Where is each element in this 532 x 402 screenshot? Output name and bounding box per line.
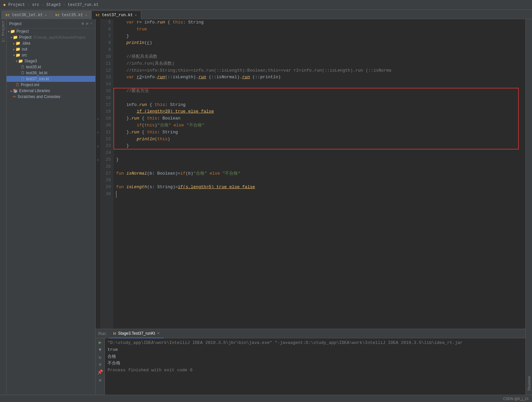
run-tab-icon: kt bbox=[113, 331, 116, 335]
code-line-25: } bbox=[116, 156, 523, 163]
project-panel-icon[interactable]: 1: Project bbox=[1, 20, 5, 42]
tree-item-out[interactable]: ▸ 📁 out bbox=[7, 46, 95, 52]
console-text-6: Process finished with exit code 0 bbox=[108, 367, 192, 374]
run-stop-icon[interactable]: ▼ bbox=[99, 347, 101, 352]
sidebar-header-icons: ⚙ ⇄ – bbox=[81, 21, 93, 26]
tab-kt-icon3: kt bbox=[96, 13, 100, 17]
code-line-22: println(this) bbox=[116, 136, 523, 143]
sidebar-header: Project ⚙ ⇄ – bbox=[7, 19, 95, 28]
run-left-icons: ▶ ▼ ↻ ≡ 📌 ✕ bbox=[96, 338, 105, 395]
gutter-16 bbox=[96, 95, 100, 102]
tree-label: out bbox=[22, 47, 27, 51]
folder-icon: 📁 bbox=[16, 47, 20, 51]
tree-item-idea[interactable]: ▸ 📁 .idea bbox=[7, 40, 95, 46]
settings-icon[interactable]: ⚙ bbox=[81, 21, 84, 26]
gutter-12 bbox=[96, 67, 100, 74]
scratches-icon: ✏ bbox=[13, 94, 16, 99]
tree-item-test36[interactable]: ▸ 🗒 test36_let.kt bbox=[7, 70, 95, 76]
gutter-30 bbox=[96, 191, 100, 198]
kt-file-icon: 🗒 bbox=[21, 77, 25, 81]
tree-item-test35[interactable]: ▸ 🗒 test35.kt bbox=[7, 64, 95, 70]
console-text-3: 合格 bbox=[108, 353, 116, 360]
title-icon: ◆ bbox=[3, 2, 6, 7]
gutter-5 bbox=[96, 19, 100, 26]
kt-file-icon: 🗒 bbox=[21, 71, 25, 75]
run-play-icon[interactable]: ▶ bbox=[99, 340, 101, 345]
tab-close-icon[interactable]: ✕ bbox=[45, 13, 47, 17]
run-close-console-icon[interactable]: ✕ bbox=[99, 377, 102, 384]
tree-item-external-libs[interactable]: ▸ 📚 External Libraries bbox=[7, 88, 95, 94]
code-line-30 bbox=[116, 191, 523, 198]
folder-icon: 📁 bbox=[10, 29, 15, 34]
tree-item-scratches[interactable]: ▸ ✏ Scratches and Consoles bbox=[7, 94, 95, 100]
structure-label[interactable]: Structure bbox=[526, 375, 532, 392]
code-line-29: fun isLength(s: String)=if(s.length>5) t… bbox=[116, 184, 523, 191]
console-line-4: 不合格 bbox=[108, 360, 523, 367]
code-line-17: info.run { this: String bbox=[116, 102, 523, 109]
arrow-icon: ▾ bbox=[16, 59, 17, 63]
code-line-15: //匿名方法 bbox=[116, 88, 523, 95]
tree-label: Scratches and Consoles bbox=[17, 94, 60, 99]
code-line-5: var r= info.run { this: String bbox=[116, 19, 523, 26]
console-content[interactable]: "D:\study_app\IDEA\work\IntelliJ IDEA 20… bbox=[105, 338, 525, 395]
structure-panel[interactable]: Structure bbox=[525, 19, 532, 395]
tab-test37[interactable]: kt test37_run.kt ✕ bbox=[91, 11, 141, 19]
bottom-panel: Run: kt Stage3.Test37_runKt ✕ ▶ ▼ ↻ ≡ 📌 … bbox=[96, 329, 525, 395]
run-tab[interactable]: kt Stage3.Test37_runKt ✕ bbox=[109, 329, 164, 338]
arrow-icon: ▾ bbox=[8, 30, 10, 33]
left-panel-icons: 1: Project bbox=[0, 19, 7, 395]
tree-item-test37[interactable]: ▸ 🗒 test37_run.kt bbox=[7, 76, 95, 82]
tree-item-iml[interactable]: ▸ 🗒 Project.iml bbox=[7, 82, 95, 88]
sync-icon[interactable]: ⇄ bbox=[86, 21, 88, 26]
gutter-18 bbox=[96, 108, 100, 115]
code-line-24 bbox=[116, 150, 523, 156]
code-line-9 bbox=[116, 47, 523, 53]
arrow-icon: ▸ bbox=[13, 42, 15, 45]
tree-label: src bbox=[22, 53, 27, 57]
code-line-12: //this==info:String;this==info.run(::isL… bbox=[116, 67, 523, 74]
code-line-10: //搭配具名函数 bbox=[116, 53, 523, 60]
folder-icon: 📁 bbox=[16, 41, 20, 46]
tree-item-stage3[interactable]: ▾ 📁 Stage3 bbox=[7, 58, 95, 64]
bottom-layout: ▶ ▼ ↻ ≡ 📌 ✕ "D:\study_app\IDEA\work\Inte… bbox=[96, 338, 525, 395]
arrow-icon: ▸ bbox=[13, 48, 15, 51]
title-bar: ◆ Project › src › Stage3 › test37_run.kt bbox=[0, 0, 532, 10]
main-layout: 1: Project Project ⚙ ⇄ – ▾ 📁 Project ▾ 📁… bbox=[0, 19, 532, 395]
code-lines[interactable]: var r= info.run { this: String true } pr… bbox=[113, 19, 525, 329]
arrow-icon: ▸ bbox=[11, 89, 12, 93]
tab-close-icon3[interactable]: ✕ bbox=[135, 13, 137, 17]
code-line-23: } bbox=[116, 143, 523, 150]
run-tab-close[interactable]: ✕ bbox=[157, 331, 160, 335]
gutter-28 bbox=[96, 177, 100, 184]
line-numbers: 5 6 7 8 9 10 11 12 13 14 15 16 17 18 19 … bbox=[100, 19, 113, 329]
run-rerun-icon[interactable]: ↻ bbox=[99, 354, 101, 360]
gutter-11 bbox=[96, 60, 100, 67]
code-gutter: ◇ ◇ ◇ ◇ bbox=[96, 19, 100, 329]
tree-label: Project.iml bbox=[21, 83, 39, 87]
tree-item-project-root[interactable]: ▾ 📁 Project bbox=[7, 28, 95, 34]
folder-icon: 📁 bbox=[13, 35, 18, 40]
gutter-14 bbox=[96, 81, 100, 88]
kt-file-icon: 🗒 bbox=[21, 65, 25, 69]
code-container[interactable]: ◇ ◇ ◇ ◇ 5 6 7 bbox=[96, 19, 525, 329]
bottom-tab-bar: Run: kt Stage3.Test37_runKt ✕ bbox=[96, 329, 525, 338]
tab-test36[interactable]: kt test36_let.kt ✕ bbox=[1, 11, 51, 19]
collapse-icon[interactable]: – bbox=[90, 21, 93, 26]
code-line-27: fun isNormal(b: Boolean)=if(b)"合格" else … bbox=[116, 170, 523, 177]
gutter-26 bbox=[96, 163, 100, 170]
tree-item-project[interactable]: ▾ 📁 Project D:\study_app\IDEA\work\Proje… bbox=[7, 34, 95, 40]
gutter-17 bbox=[96, 102, 100, 109]
iml-file-icon: 🗒 bbox=[16, 83, 19, 87]
console-line-6: Process finished with exit code 0 bbox=[108, 367, 523, 374]
gutter-8 bbox=[96, 40, 100, 47]
run-settings-icon[interactable]: ≡ bbox=[99, 362, 101, 367]
run-pin-icon[interactable]: 📌 bbox=[97, 369, 103, 375]
tab-close-icon2[interactable]: ✕ bbox=[85, 13, 87, 17]
gutter-21: ◇ bbox=[96, 129, 100, 136]
console-text-2: true bbox=[108, 347, 118, 353]
tab-test35[interactable]: kt test35.kt ✕ bbox=[51, 11, 91, 19]
tree-label: Project bbox=[16, 29, 29, 34]
tree-item-src[interactable]: ▾ 📁 src bbox=[7, 52, 95, 58]
code-line-11: //info.run(具名函数) bbox=[116, 60, 523, 67]
gutter-13 bbox=[96, 74, 100, 81]
